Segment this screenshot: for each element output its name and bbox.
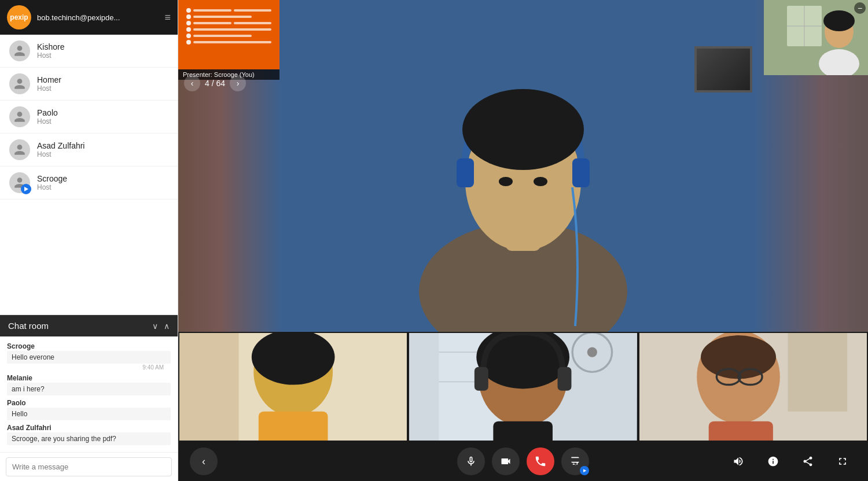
chat-messages: Scrooge Hello everone 9:40 AM Melanie am… [0,336,178,452]
self-view: − [764,0,868,75]
participant-thumbnail [178,332,408,442]
chat-text: Scrooge, are you sharing the pdf? [7,432,171,445]
svg-rect-30 [475,367,488,391]
prev-slide-button[interactable]: ‹ [184,75,200,91]
participant-info: Kishore Host [37,42,168,60]
participant-name: Homer [37,75,168,84]
self-view-minimize-button[interactable]: − [854,2,866,14]
chat-close-button[interactable]: ∧ [164,321,170,331]
svg-marker-0 [24,187,28,191]
chat-sender: Paolo [7,399,171,407]
presenter-silhouette [384,49,662,338]
slide-navigation: ‹ 4 / 64 › [184,75,246,91]
sidebar-header: pexip bob.techinch@pexipde... ≡ [0,0,178,35]
participant-info: Paolo Host [37,108,168,125]
participant-info: Asad Zulfahri Host [37,141,168,158]
chat-text: Hello [7,408,171,420]
chat-input-area [0,452,178,481]
microphone-button[interactable] [457,447,485,475]
participants-list: Kishore Host Homer Host Paolo Host [0,35,178,314]
menu-icon[interactable]: ≡ [164,12,171,24]
fullscreen-button[interactable] [829,447,856,475]
next-slide-button[interactable]: › [230,75,246,91]
chat-sender: Melanie [7,374,171,382]
user-email: bob.techinch@pexipde... [37,13,159,22]
presentation-overlay: Presenter: Scrooge (You) [178,0,279,80]
svg-rect-40 [708,421,773,441]
participant-item[interactable]: Homer Host [0,68,178,101]
room-picture [694,46,752,92]
svg-point-8 [534,177,547,186]
toolbar: ‹ [178,442,868,481]
present-button[interactable] [561,447,589,475]
chat-input[interactable] [6,457,172,476]
chat-timestamp: 9:40 AM [7,364,171,371]
volume-button[interactable] [724,447,752,475]
participant-name: Scrooge [37,174,168,183]
chat-text: Hello everone [7,351,171,364]
participant-item[interactable]: Kishore Host [0,35,178,68]
chat-header: Chat room ∨ ∧ [0,315,178,336]
presentation-thumbnail [178,0,279,69]
participant-info: Homer Host [37,75,168,92]
svg-rect-4 [457,158,474,187]
avatar [9,40,30,61]
main-area: Presenter: Scrooge (You) ‹ 4 / 64 › [178,0,868,481]
presenting-indicator [580,466,589,475]
participant-item[interactable]: Paolo Host [0,101,178,134]
svg-rect-20 [259,412,328,441]
chat-message: Asad Zulfahri Scrooge, are you sharing t… [0,423,178,447]
camera-button[interactable] [492,447,520,475]
svg-point-27 [587,347,597,357]
participant-name: Asad Zulfahri [37,141,168,150]
svg-rect-32 [494,421,553,441]
avatar [9,139,30,160]
chat-section: Chat room ∨ ∧ Scrooge Hello everone 9:40… [0,314,178,481]
share-button[interactable] [794,447,822,475]
avatar [9,73,30,94]
participant-role: Host [37,84,168,92]
participant-role: Host [37,150,168,158]
toolbar-right [724,447,856,475]
collapse-sidebar-button[interactable]: ‹ [190,447,218,475]
svg-point-14 [823,10,855,31]
chat-message: Scrooge Hello everone 9:40 AM [0,341,178,373]
svg-point-7 [499,177,513,186]
participant-role: Host [37,183,168,191]
chat-collapse-button[interactable]: ∨ [152,321,158,331]
hangup-button[interactable] [527,447,554,475]
avatar [9,106,30,127]
toolbar-left: ‹ [190,447,218,475]
participant-item[interactable]: Scrooge Host [0,166,178,199]
chat-sender: Scrooge [7,342,171,350]
chat-message: Melanie am i here? [0,373,178,398]
chat-sender: Asad Zulfahri [7,424,171,432]
chat-title: Chat room [8,321,146,331]
participant-thumbnail [408,332,638,442]
svg-rect-34 [788,333,847,412]
avatar [9,172,30,193]
svg-rect-5 [572,158,590,187]
svg-rect-17 [179,333,239,441]
pexip-logo: pexip [7,5,31,29]
presenter-badge [21,184,31,194]
thumbnail-strip [178,332,868,442]
participant-info: Scrooge Host [37,174,168,191]
chat-message: Paolo Hello [0,398,178,423]
participant-name: Paolo [37,108,168,117]
self-view-video [764,0,868,75]
participant-item[interactable]: Asad Zulfahri Host [0,134,178,166]
participant-role: Host [37,51,168,60]
info-button[interactable] [759,447,787,475]
chat-text: am i here? [7,383,171,395]
svg-rect-31 [558,367,572,391]
participant-role: Host [37,117,168,125]
participant-thumbnail [638,332,868,442]
participant-name: Kishore [37,42,168,51]
main-video: Presenter: Scrooge (You) ‹ 4 / 64 › [178,0,868,442]
svg-point-6 [462,89,584,170]
self-view-background [764,0,868,75]
sidebar: pexip bob.techinch@pexipde... ≡ Kishore … [0,0,178,481]
slide-counter: 4 / 64 [205,79,225,88]
